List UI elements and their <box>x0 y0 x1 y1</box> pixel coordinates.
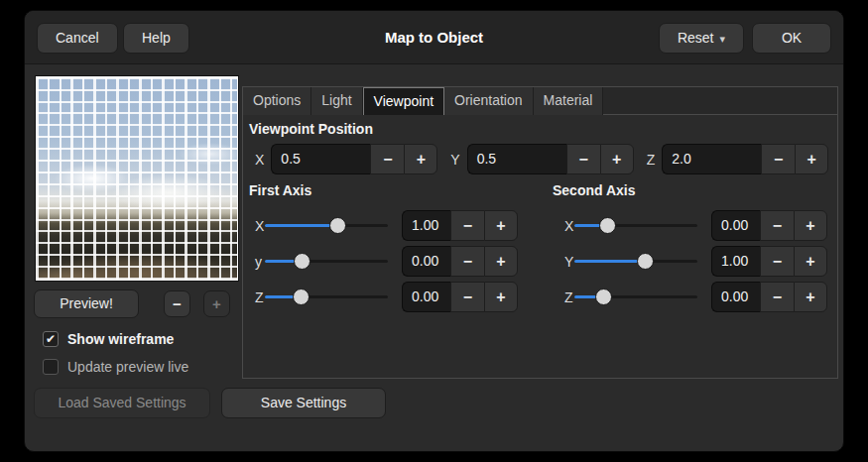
viewpoint-z-input[interactable]: 2.0 <box>662 144 761 174</box>
second-axis-x-increment-button[interactable]: + <box>794 210 827 241</box>
second-axis-y-increment-button[interactable]: + <box>794 246 827 277</box>
cancel-button[interactable]: Cancel <box>37 23 118 54</box>
second-axis-x-spinbox: 0.00 − + <box>711 210 827 241</box>
preview-button[interactable]: Preview! <box>34 289 139 318</box>
checkbox-checked-icon[interactable]: ✔ <box>43 331 59 347</box>
slider-fill <box>574 260 645 263</box>
viewpoint-z-increment-button[interactable]: + <box>795 144 828 174</box>
viewpoint-y-increment-button[interactable]: + <box>600 144 634 174</box>
chevron-down-icon: ▾ <box>719 33 725 45</box>
show-wireframe-checkbox[interactable]: ✔ Show wireframe <box>43 330 174 348</box>
slider-thumb[interactable] <box>637 253 654 270</box>
viewpoint-y-input[interactable]: 0.5 <box>467 144 566 174</box>
viewpoint-z-spinbox: 2.0 − + <box>662 144 828 174</box>
first-axis-y-row: y 0.00 − + <box>243 246 518 277</box>
save-settings-button[interactable]: Save Settings <box>221 388 386 418</box>
second-axis-z-spinbox: 0.00 − + <box>711 282 827 312</box>
reset-button[interactable]: Reset▾ <box>659 23 744 54</box>
second-axis-z-decrement-button[interactable]: − <box>760 282 794 312</box>
first-axis-z-input[interactable]: 0.00 <box>402 282 450 312</box>
first-axis-x-row: X 1.00 − + <box>243 210 518 241</box>
slider-fill <box>265 224 337 227</box>
second-axis-x-input[interactable]: 0.00 <box>711 210 760 241</box>
tab-options[interactable]: Options <box>243 87 311 115</box>
checkbox-unchecked-icon[interactable] <box>43 359 59 375</box>
first-axis-heading: First Axis <box>249 182 311 198</box>
first-axis-y-decrement-button[interactable]: − <box>450 246 484 277</box>
viewpoint-y-spinbox: 0.5 − + <box>467 144 634 174</box>
first-axis-y-slider[interactable] <box>265 246 388 277</box>
first-axis-x-spinbox: 1.00 − + <box>402 210 518 241</box>
show-wireframe-label: Show wireframe <box>67 331 174 347</box>
viewpoint-position-heading: Viewpoint Position <box>249 121 373 137</box>
first-axis-z-spinbox: 0.00 − + <box>402 282 518 312</box>
viewpoint-y-decrement-button[interactable]: − <box>566 144 600 174</box>
wireframe-grid-overlay <box>36 76 238 281</box>
second-axis-z-label: Z <box>553 289 574 305</box>
load-saved-settings-button[interactable]: Load Saved Settings <box>34 388 210 418</box>
viewpoint-x-input[interactable]: 0.5 <box>271 144 370 174</box>
first-axis-z-label: Z <box>243 289 265 305</box>
second-axis-z-slider[interactable] <box>574 282 697 312</box>
ok-button[interactable]: OK <box>752 23 831 54</box>
viewpoint-x-decrement-button[interactable]: − <box>370 144 404 174</box>
map-to-object-dialog: Cancel Help Map to Object Reset▾ OK Prev… <box>24 10 844 452</box>
update-preview-live-label: Update preview live <box>67 359 188 375</box>
slider-thumb[interactable] <box>599 217 616 234</box>
slider-thumb[interactable] <box>329 217 346 234</box>
first-axis-z-row: Z 0.00 − + <box>243 282 518 312</box>
first-axis-y-spinbox: 0.00 − + <box>402 246 518 277</box>
settings-notebook: Options Light Viewpoint Orientation Mate… <box>242 86 838 379</box>
first-axis-x-slider[interactable] <box>265 210 388 241</box>
first-axis-y-label: y <box>243 254 265 270</box>
tab-light[interactable]: Light <box>311 87 362 115</box>
zoom-out-button[interactable]: − <box>164 290 190 317</box>
slider-thumb[interactable] <box>595 289 612 305</box>
first-axis-x-increment-button[interactable]: + <box>484 210 518 241</box>
viewpoint-x-spinbox: 0.5 − + <box>271 144 437 174</box>
update-preview-live-checkbox[interactable]: Update preview live <box>43 358 188 376</box>
second-axis-z-input[interactable]: 0.00 <box>711 282 760 312</box>
second-axis-x-row: X 0.00 − + <box>553 210 827 241</box>
first-axis-x-label: X <box>243 218 265 234</box>
second-axis-y-decrement-button[interactable]: − <box>760 246 794 277</box>
first-axis-z-decrement-button[interactable]: − <box>450 282 484 312</box>
second-axis-y-input[interactable]: 1.00 <box>711 246 760 277</box>
second-axis-z-increment-button[interactable]: + <box>794 282 827 312</box>
slider-thumb[interactable] <box>293 289 310 305</box>
viewpoint-x-increment-button[interactable]: + <box>404 144 437 174</box>
viewpoint-z-decrement-button[interactable]: − <box>761 144 795 174</box>
tab-viewpoint[interactable]: Viewpoint <box>363 87 444 115</box>
first-axis-y-increment-button[interactable]: + <box>484 246 518 277</box>
viewpoint-position-row: X 0.5 − + Y 0.5 − + Z 2.0 − + <box>249 144 828 174</box>
zoom-in-button[interactable]: + <box>203 290 230 317</box>
second-axis-y-slider[interactable] <box>574 246 697 277</box>
second-axis-y-spinbox: 1.00 − + <box>711 246 827 277</box>
preview-area[interactable] <box>35 75 239 282</box>
second-axis-y-label: Y <box>553 254 574 270</box>
first-axis-x-input[interactable]: 1.00 <box>402 210 450 241</box>
tab-bar: Options Light Viewpoint Orientation Mate… <box>243 87 837 115</box>
first-axis-z-slider[interactable] <box>265 282 388 312</box>
tab-orientation[interactable]: Orientation <box>444 87 533 115</box>
first-axis-x-decrement-button[interactable]: − <box>450 210 484 241</box>
slider-thumb[interactable] <box>294 253 310 270</box>
first-axis-y-input[interactable]: 0.00 <box>402 246 450 277</box>
reset-button-label: Reset <box>678 30 714 46</box>
help-button[interactable]: Help <box>123 23 189 54</box>
viewpoint-z-label: Z <box>634 152 663 168</box>
tab-material[interactable]: Material <box>534 87 604 115</box>
second-axis-x-decrement-button[interactable]: − <box>760 210 794 241</box>
viewpoint-x-label: X <box>249 152 271 168</box>
second-axis-x-slider[interactable] <box>574 210 697 241</box>
second-axis-z-row: Z 0.00 − + <box>553 282 827 312</box>
dialog-header: Cancel Help Map to Object Reset▾ OK <box>25 11 843 64</box>
first-axis-z-increment-button[interactable]: + <box>484 282 518 312</box>
second-axis-x-label: X <box>553 218 574 234</box>
second-axis-heading: Second Axis <box>553 182 636 198</box>
second-axis-y-row: Y 1.00 − + <box>553 246 827 277</box>
viewpoint-y-label: Y <box>437 152 466 168</box>
